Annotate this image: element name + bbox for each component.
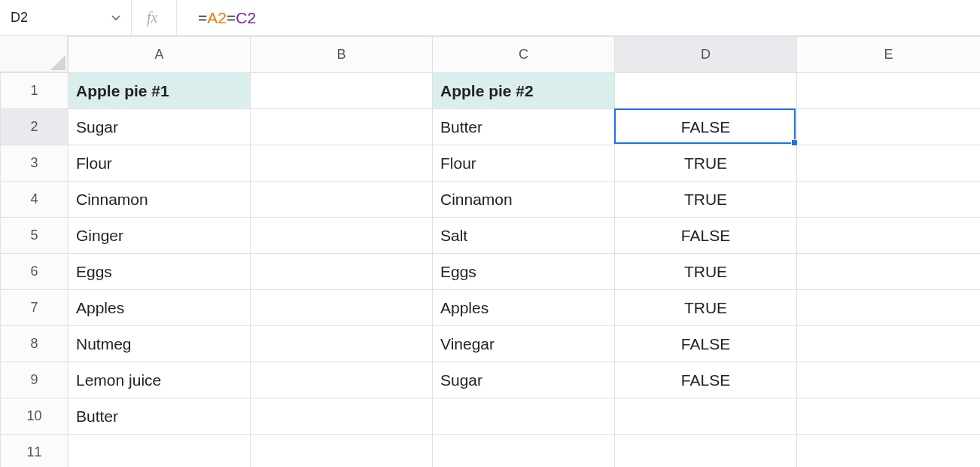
cell-B8[interactable] <box>251 326 433 362</box>
cell-D6[interactable]: TRUE <box>615 254 797 290</box>
col-header-C[interactable]: C <box>433 37 615 73</box>
row-header[interactable]: 5 <box>1 218 68 254</box>
cell-C10[interactable] <box>433 398 615 435</box>
cell-D8[interactable]: FALSE <box>615 326 797 362</box>
formula-bar: D2 fx =A2=C2 <box>0 0 980 36</box>
cell-E4[interactable] <box>797 182 981 218</box>
cell-D9[interactable]: FALSE <box>615 362 797 398</box>
cell-D7[interactable]: TRUE <box>615 290 797 326</box>
table-row: 4CinnamonCinnamonTRUE <box>1 182 981 218</box>
cell-D3[interactable]: TRUE <box>615 145 797 182</box>
cell-C7[interactable]: Apples <box>433 290 615 326</box>
cell-D10[interactable] <box>615 398 797 435</box>
cell-A5[interactable]: Ginger <box>68 218 251 254</box>
table-row: 11 <box>1 435 981 468</box>
table-row: 8NutmegVinegarFALSE <box>1 326 981 362</box>
cell-E11[interactable] <box>797 435 981 468</box>
row-header[interactable]: 4 <box>1 182 68 218</box>
table-row: 3FlourFlourTRUE <box>1 145 981 182</box>
table-row: 10Butter <box>1 398 981 435</box>
cell-B1[interactable] <box>251 73 433 109</box>
cell-A4[interactable]: Cinnamon <box>68 182 251 218</box>
cell-E7[interactable] <box>797 290 981 326</box>
cell-D4[interactable]: TRUE <box>615 182 797 218</box>
col-header-A[interactable]: A <box>68 37 251 73</box>
cell-B9[interactable] <box>251 362 433 398</box>
cell-C9[interactable]: Sugar <box>433 362 615 398</box>
table-row: 1Apple pie #1Apple pie #2 <box>1 73 981 109</box>
cell-C2[interactable]: Butter <box>433 109 615 145</box>
cell-E8[interactable] <box>797 326 981 362</box>
col-header-E[interactable]: E <box>797 37 981 73</box>
row-header[interactable]: 11 <box>1 435 68 468</box>
row-header[interactable]: 2 <box>1 109 68 145</box>
formula-ref-a: A2 <box>207 9 227 27</box>
cell-D5[interactable]: FALSE <box>615 218 797 254</box>
cell-B10[interactable] <box>251 398 433 435</box>
cell-B11[interactable] <box>251 435 433 468</box>
table-row: 6EggsEggsTRUE <box>1 254 981 290</box>
formula-eq2: = <box>227 9 236 27</box>
cell-A10[interactable]: Butter <box>68 398 251 435</box>
cell-C11[interactable] <box>433 435 615 468</box>
row-header[interactable]: 3 <box>1 145 68 182</box>
table-row: 2SugarButterFALSE <box>1 109 981 145</box>
cell-E5[interactable] <box>797 218 981 254</box>
cell-C5[interactable]: Salt <box>433 218 615 254</box>
cell-B7[interactable] <box>251 290 433 326</box>
cell-A6[interactable]: Eggs <box>68 254 251 290</box>
cell-B4[interactable] <box>251 182 433 218</box>
cell-B3[interactable] <box>251 145 433 182</box>
row-header[interactable]: 6 <box>1 254 68 290</box>
cell-E10[interactable] <box>797 398 981 435</box>
cell-A1[interactable]: Apple pie #1 <box>68 73 251 109</box>
row-header[interactable]: 1 <box>1 73 68 109</box>
fx-label: fx <box>147 9 157 26</box>
cell-B5[interactable] <box>251 218 433 254</box>
cell-A9[interactable]: Lemon juice <box>68 362 251 398</box>
cell-C3[interactable]: Flour <box>433 145 615 182</box>
cell-D1[interactable] <box>615 73 797 109</box>
cell-A7[interactable]: Apples <box>68 290 251 326</box>
table-row: 7ApplesApplesTRUE <box>1 290 981 326</box>
cell-C1[interactable]: Apple pie #2 <box>433 73 615 109</box>
cell-B6[interactable] <box>251 254 433 290</box>
cell-D11[interactable] <box>615 435 797 468</box>
cell-B2[interactable] <box>251 109 433 145</box>
name-box-value: D2 <box>11 10 28 26</box>
fx-icon: fx <box>132 0 177 35</box>
cell-E2[interactable] <box>797 109 981 145</box>
row-header[interactable]: 9 <box>1 362 68 398</box>
formula-input[interactable]: =A2=C2 <box>177 0 980 35</box>
cell-A11[interactable] <box>68 435 251 468</box>
cell-A8[interactable]: Nutmeg <box>68 326 251 362</box>
row-header[interactable]: 7 <box>1 290 68 326</box>
table-row: 9Lemon juiceSugarFALSE <box>1 362 981 398</box>
name-box[interactable]: D2 <box>0 0 132 35</box>
cell-C8[interactable]: Vinegar <box>433 326 615 362</box>
row-header[interactable]: 8 <box>1 326 68 362</box>
select-all-cell[interactable] <box>0 36 68 72</box>
spreadsheet-grid[interactable]: A B C D E 1Apple pie #1Apple pie #22Suga… <box>0 36 980 467</box>
col-header-D[interactable]: D <box>615 37 797 73</box>
table-row: 5GingerSaltFALSE <box>1 218 981 254</box>
column-header-row: A B C D E <box>1 37 981 73</box>
cell-E9[interactable] <box>797 362 981 398</box>
name-box-dropdown-icon[interactable] <box>111 14 120 23</box>
cell-D2[interactable]: FALSE <box>615 109 797 145</box>
cell-E1[interactable] <box>797 73 981 109</box>
cell-A3[interactable]: Flour <box>68 145 251 182</box>
grid-table: A B C D E 1Apple pie #1Apple pie #22Suga… <box>0 36 980 467</box>
col-header-B[interactable]: B <box>251 37 433 73</box>
cell-C6[interactable]: Eggs <box>433 254 615 290</box>
cell-E6[interactable] <box>797 254 981 290</box>
row-header[interactable]: 10 <box>1 398 68 435</box>
cell-E3[interactable] <box>797 145 981 182</box>
cell-A2[interactable]: Sugar <box>68 109 251 145</box>
formula-eq1: = <box>198 9 207 27</box>
formula-ref-c: C2 <box>236 9 256 27</box>
cell-C4[interactable]: Cinnamon <box>433 182 615 218</box>
select-all-triangle-icon <box>50 55 65 70</box>
